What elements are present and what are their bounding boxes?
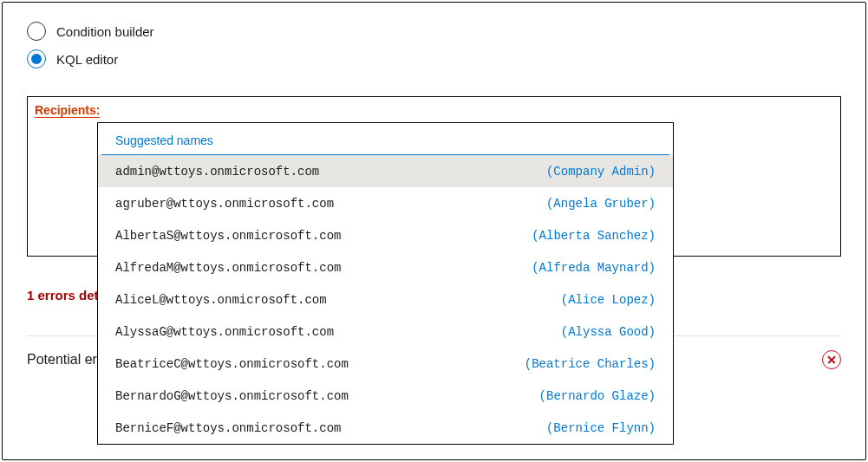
radio-icon: [27, 22, 46, 41]
suggested-name-display: (Bernardo Glaze): [539, 389, 656, 403]
suggested-name-item[interactable]: BeatriceC@wttoys.onmicrosoft.com(Beatric…: [98, 348, 673, 380]
recipients-prompt: Recipients:: [35, 103, 100, 117]
suggested-name-display: (Alfreda Maynard): [532, 261, 656, 275]
suggested-name-item[interactable]: BernardoG@wttoys.onmicrosoft.com(Bernard…: [98, 380, 673, 412]
suggested-names-list: admin@wttoys.onmicrosoft.com(Company Adm…: [98, 155, 673, 444]
suggested-name-email: BernardoG@wttoys.onmicrosoft.com: [115, 389, 349, 403]
suggested-name-email: BerniceF@wttoys.onmicrosoft.com: [115, 421, 341, 435]
suggested-name-item[interactable]: AlfredaM@wttoys.onmicrosoft.com(Alfreda …: [98, 251, 673, 283]
suggested-name-email: BeatriceC@wttoys.onmicrosoft.com: [115, 357, 349, 371]
suggested-name-display: (Alyssa Good): [561, 325, 656, 339]
suggested-name-display: (Beatrice Charles): [525, 357, 656, 371]
suggested-name-display: (Company Admin): [546, 165, 656, 179]
suggested-names-header: Suggested names: [98, 123, 673, 154]
suggested-name-item[interactable]: agruber@wttoys.onmicrosoft.com(Angela Gr…: [98, 187, 673, 219]
suggested-name-display: (Angela Gruber): [546, 197, 656, 211]
suggested-name-display: (Alice Lopez): [561, 293, 656, 307]
suggested-name-display: (Alberta Sanchez): [532, 229, 656, 243]
suggested-name-item[interactable]: admin@wttoys.onmicrosoft.com(Company Adm…: [98, 155, 673, 187]
suggested-name-item[interactable]: AlbertaS@wttoys.onmicrosoft.com(Alberta …: [98, 219, 673, 251]
suggested-name-email: agruber@wttoys.onmicrosoft.com: [115, 197, 334, 211]
suggested-name-email: AlbertaS@wttoys.onmicrosoft.com: [115, 229, 341, 243]
mode-radio-condition[interactable]: Condition builder: [27, 22, 841, 41]
suggested-names-flyout: Suggested names admin@wttoys.onmicrosoft…: [97, 122, 674, 445]
mode-radio-label: KQL editor: [56, 52, 118, 67]
mode-radio-label: Condition builder: [56, 24, 154, 39]
suggested-name-email: AlfredaM@wttoys.onmicrosoft.com: [115, 261, 341, 275]
radio-selected-icon: [27, 49, 46, 68]
close-icon[interactable]: [822, 350, 841, 369]
suggested-name-email: AliceL@wttoys.onmicrosoft.com: [115, 293, 327, 307]
suggested-name-item[interactable]: BerniceF@wttoys.onmicrosoft.com(Bernice …: [98, 412, 673, 444]
suggested-name-email: AlyssaG@wttoys.onmicrosoft.com: [115, 325, 334, 339]
mode-radio-kql[interactable]: KQL editor: [27, 49, 841, 68]
suggested-name-display: (Bernice Flynn): [546, 421, 656, 435]
suggested-name-email: admin@wttoys.onmicrosoft.com: [115, 165, 319, 179]
suggested-name-item[interactable]: AliceL@wttoys.onmicrosoft.com(Alice Lope…: [98, 283, 673, 316]
suggested-name-item[interactable]: AlyssaG@wttoys.onmicrosoft.com(Alyssa Go…: [98, 316, 673, 348]
